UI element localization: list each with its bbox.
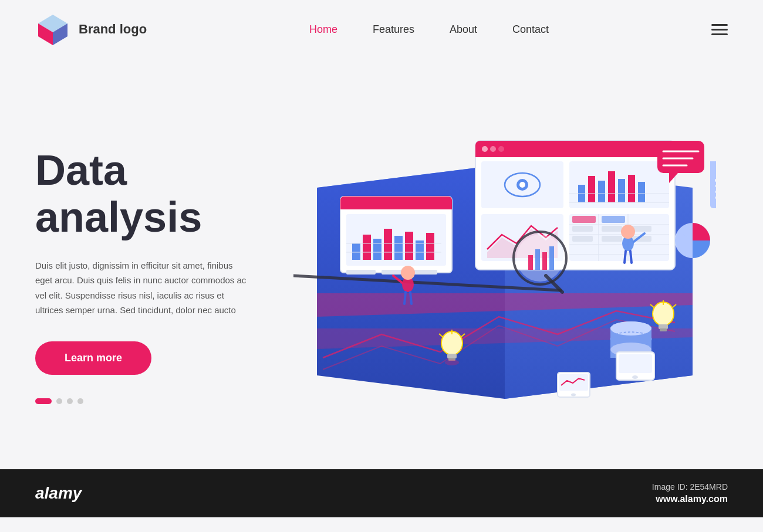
dot-2[interactable] xyxy=(56,398,62,404)
svg-rect-38 xyxy=(572,216,596,223)
svg-rect-60 xyxy=(373,239,382,260)
svg-rect-43 xyxy=(572,236,593,242)
svg-point-92 xyxy=(445,360,459,365)
main-content: Data analysis Duis elit justo, dignissim… xyxy=(0,59,763,469)
svg-rect-26 xyxy=(638,182,645,202)
footer-right: Image ID: 2E54MRD www.alamy.com xyxy=(652,482,728,504)
svg-rect-41 xyxy=(602,226,622,232)
dot-1[interactable] xyxy=(35,398,52,404)
svg-rect-40 xyxy=(572,226,593,232)
main-nav: Home Features About Contact xyxy=(309,23,549,36)
svg-line-74 xyxy=(404,292,406,304)
nav-home[interactable]: Home xyxy=(309,23,337,36)
svg-line-80 xyxy=(630,251,632,263)
dot-4[interactable] xyxy=(77,398,83,404)
svg-rect-95 xyxy=(660,328,667,331)
image-id-label: Image ID: 2E54MRD xyxy=(652,482,728,492)
svg-rect-51 xyxy=(549,246,554,270)
svg-rect-22 xyxy=(598,181,605,202)
svg-rect-100 xyxy=(619,354,652,373)
alamy-url: www.alamy.com xyxy=(652,494,728,504)
alamy-logo: alamy xyxy=(35,484,82,503)
dot-3[interactable] xyxy=(67,398,73,404)
svg-line-79 xyxy=(624,251,626,263)
svg-rect-23 xyxy=(608,171,615,202)
svg-rect-105 xyxy=(657,141,704,173)
nav-features[interactable]: Features xyxy=(373,23,414,36)
carousel-dots xyxy=(35,398,282,404)
nav-about[interactable]: About xyxy=(450,23,477,36)
svg-point-93 xyxy=(653,302,674,326)
svg-rect-94 xyxy=(659,324,668,329)
isometric-illustration xyxy=(293,106,716,446)
logo-area: Brand logo xyxy=(35,12,147,47)
svg-rect-25 xyxy=(628,175,635,202)
svg-rect-65 xyxy=(426,233,434,260)
svg-rect-56 xyxy=(340,203,452,209)
svg-rect-112 xyxy=(710,161,716,174)
svg-line-75 xyxy=(410,292,411,304)
footer-bar: alamy Image ID: 2E54MRD www.alamy.com xyxy=(0,469,763,517)
svg-point-12 xyxy=(482,146,488,152)
svg-rect-44 xyxy=(602,236,622,242)
nav-contact[interactable]: Contact xyxy=(512,23,549,36)
brand-logo-icon xyxy=(35,12,70,47)
svg-rect-68 xyxy=(346,270,376,275)
svg-rect-49 xyxy=(535,249,540,270)
svg-point-14 xyxy=(498,146,504,152)
learn-more-button[interactable]: Learn more xyxy=(35,341,151,375)
svg-point-104 xyxy=(571,394,576,397)
svg-rect-21 xyxy=(588,176,595,202)
svg-rect-50 xyxy=(542,252,547,270)
svg-point-86 xyxy=(441,331,462,355)
hamburger-menu-icon[interactable] xyxy=(711,24,728,35)
hero-description: Duis elit justo, dignissim in efficitur … xyxy=(35,258,247,318)
hero-title: Data analysis xyxy=(35,147,282,240)
svg-rect-11 xyxy=(475,149,675,157)
logo-text: Brand logo xyxy=(79,22,147,37)
svg-rect-58 xyxy=(352,243,360,260)
svg-rect-48 xyxy=(528,255,533,270)
svg-point-77 xyxy=(621,225,635,239)
svg-point-101 xyxy=(632,375,638,379)
svg-rect-39 xyxy=(602,216,625,223)
svg-point-18 xyxy=(519,182,525,188)
svg-rect-24 xyxy=(618,179,625,202)
svg-point-13 xyxy=(490,146,496,152)
svg-rect-87 xyxy=(447,354,457,358)
svg-point-83 xyxy=(610,321,651,336)
svg-rect-61 xyxy=(384,229,392,260)
svg-rect-62 xyxy=(394,236,403,260)
hero-left: Data analysis Duis elit justo, dignissim… xyxy=(35,147,282,404)
hero-illustration xyxy=(282,82,728,469)
header: Brand logo Home Features About Contact xyxy=(0,0,763,59)
svg-rect-59 xyxy=(363,235,371,260)
svg-point-72 xyxy=(401,266,415,280)
svg-rect-63 xyxy=(405,232,413,260)
